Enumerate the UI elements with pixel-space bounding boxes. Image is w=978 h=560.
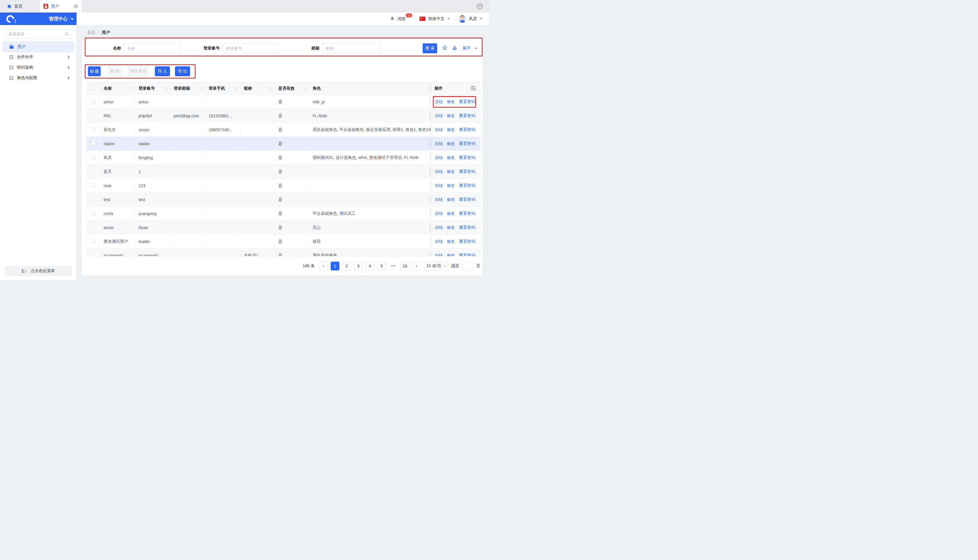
messages-button[interactable]: 消息 15 [397, 16, 405, 22]
table-row[interactable]: PRL prlprlprl peirl@qq.com 151103801... … [87, 109, 480, 123]
page-size-select[interactable]: 15 条/页 [424, 262, 448, 270]
collapse-menu-button[interactable]: 点击收起菜单 [5, 266, 72, 276]
row-checkbox[interactable] [91, 239, 95, 243]
clear-broom-icon[interactable] [452, 45, 457, 50]
modify-link[interactable]: 修改 [447, 239, 455, 244]
column-menu-icon[interactable]: ⋮ [303, 86, 307, 91]
menu-search-input[interactable] [8, 29, 62, 38]
tabbar-collapse-icon[interactable] [477, 3, 483, 10]
row-checkbox[interactable] [91, 127, 95, 132]
next-page-button[interactable]: › [412, 262, 421, 270]
table-row[interactable]: jsczpongji1 jsczpongji1 农机员1 是 系统基础角色 冻结… [87, 248, 480, 257]
column-menu-icon[interactable]: ⋮ [269, 86, 273, 91]
reset-password-link[interactable]: 重置密码 [459, 197, 475, 202]
create-button[interactable]: 创 建 [88, 67, 101, 76]
brand-area[interactable]: 管理中心 [0, 13, 77, 25]
modify-link[interactable]: 修改 [447, 141, 455, 147]
tab-close-icon[interactable]: ✕ [73, 4, 78, 8]
bind-role-button[interactable]: 绑定角色 [128, 67, 149, 76]
freeze-link[interactable]: 冻结 [435, 155, 443, 160]
modify-link[interactable]: 修改 [447, 183, 455, 188]
table-row[interactable]: 萧炎测试用户 leader 是 领导 冻结 修改 重置密码 [87, 235, 480, 248]
expand-caret-icon[interactable] [475, 48, 478, 50]
freeze-link[interactable]: 冻结 [435, 225, 443, 230]
reset-password-link[interactable]: 重置密码 [459, 169, 475, 174]
filter-email-input[interactable] [322, 43, 380, 53]
reset-password-link[interactable]: 重置密码 [459, 253, 475, 257]
table-row[interactable]: wuxin Ryan 是 无心 冻结 修改 重置密码 [87, 221, 480, 235]
reset-password-link[interactable]: 重置密码 [459, 183, 475, 188]
table-row[interactable]: 蓝天 1 是 冻结 修改 重置密码 [87, 165, 480, 179]
prev-page-button[interactable]: ‹ [319, 262, 328, 270]
sidebar-item-partners[interactable]: 合作伙伴 [2, 52, 74, 62]
freeze-link[interactable]: 冻结 [435, 183, 443, 188]
freeze-link[interactable]: 冻结 [435, 197, 443, 202]
reset-password-link[interactable]: 重置密码 [459, 127, 475, 132]
filter-name-input[interactable] [124, 43, 181, 53]
modify-link[interactable]: 修改 [447, 155, 455, 160]
freeze-link[interactable]: 冻结 [435, 253, 443, 257]
column-menu-icon[interactable]: ⋮ [235, 86, 239, 91]
breadcrumb-home[interactable]: 首页 [87, 30, 95, 35]
jump-page-input[interactable] [462, 262, 473, 270]
row-checkbox[interactable] [91, 253, 95, 257]
sidebar-item-roles[interactable]: 角色与权限 [2, 73, 74, 83]
select-all-checkbox[interactable] [91, 86, 95, 90]
page-button[interactable]: 5 [377, 262, 386, 270]
reset-password-link[interactable]: 重置密码 [459, 239, 475, 244]
table-row[interactable]: 孙先生 sunyu 186057180... 是 系统基础角色, 平台基础角色,… [87, 123, 480, 137]
table-row[interactable]: test test 是 冻结 修改 重置密码 [87, 193, 480, 207]
table-row[interactable]: 风灵 fengling 是 望闲测试01, 设计器角色, whm, 萧炎测试子管… [87, 151, 480, 165]
freeze-link[interactable]: 冻结 [435, 113, 443, 118]
row-checkbox[interactable] [91, 100, 95, 104]
page-button[interactable]: 4 [366, 262, 374, 270]
table-row[interactable]: nation nation 是 冻结 修改 重置密码 [87, 137, 480, 151]
page-button[interactable]: 2 [342, 262, 351, 270]
freeze-link[interactable]: 冻结 [435, 99, 443, 105]
expand-filters-link[interactable]: 展开 [463, 46, 471, 51]
language-caret-icon[interactable] [447, 18, 450, 20]
modify-link[interactable]: 修改 [447, 169, 455, 174]
column-menu-icon[interactable]: ⋮ [129, 86, 133, 91]
reset-password-link[interactable]: 重置密码 [459, 211, 475, 216]
page-button[interactable]: 3 [354, 262, 363, 270]
filter-account-input[interactable] [222, 43, 280, 53]
export-button[interactable]: 导 出 [175, 67, 190, 76]
row-checkbox[interactable] [91, 113, 95, 118]
modify-link[interactable]: 修改 [447, 225, 455, 230]
modify-link[interactable]: 修改 [447, 253, 455, 257]
language-selector[interactable]: 简体中文 [428, 16, 445, 22]
favorite-star-icon[interactable] [442, 45, 447, 50]
sidebar-item-org[interactable]: 组织架构 [2, 62, 74, 73]
freeze-link[interactable]: 冻结 [435, 239, 443, 244]
column-menu-icon[interactable]: ⋮ [199, 86, 203, 91]
freeze-link[interactable]: 冻结 [435, 127, 443, 132]
search-button[interactable]: 搜 索 [423, 43, 437, 53]
tab-users[interactable]: 用户 ✕ [40, 0, 82, 13]
column-menu-icon[interactable]: ⋮ [165, 86, 168, 91]
sidebar-item-users[interactable]: 用户 [2, 41, 74, 52]
user-avatar[interactable] [458, 15, 466, 23]
modify-link[interactable]: 修改 [447, 113, 455, 118]
freeze-link[interactable]: 冻结 [435, 141, 443, 147]
column-settings-icon[interactable] [471, 86, 475, 90]
modify-link[interactable]: 修改 [447, 197, 455, 202]
delete-button[interactable]: 删 除 [108, 67, 122, 76]
modify-link[interactable]: 修改 [447, 127, 455, 132]
table-row[interactable]: rose 123 是 冻结 修改 重置密码 [87, 179, 480, 193]
freeze-link[interactable]: 冻结 [435, 211, 443, 216]
freeze-link[interactable]: 冻结 [435, 169, 443, 174]
bell-icon[interactable] [390, 16, 395, 21]
row-checkbox[interactable] [91, 211, 95, 216]
table-row[interactable]: ceshi yuangong 是 平台基础角色, 测试员工 冻结 修改 重置密码 [87, 207, 480, 221]
row-checkbox[interactable] [91, 169, 95, 174]
username-label[interactable]: 风灵 [469, 16, 477, 22]
row-checkbox[interactable] [91, 183, 95, 188]
reset-password-link[interactable]: 重置密码 [459, 155, 475, 160]
tab-home[interactable]: 首页 [7, 0, 22, 13]
row-checkbox[interactable] [91, 197, 95, 202]
menu-search-box[interactable] [5, 29, 72, 39]
row-checkbox[interactable] [91, 225, 95, 230]
reset-password-link[interactable]: 重置密码 [459, 141, 475, 147]
import-button[interactable]: 导 入 [155, 67, 170, 76]
